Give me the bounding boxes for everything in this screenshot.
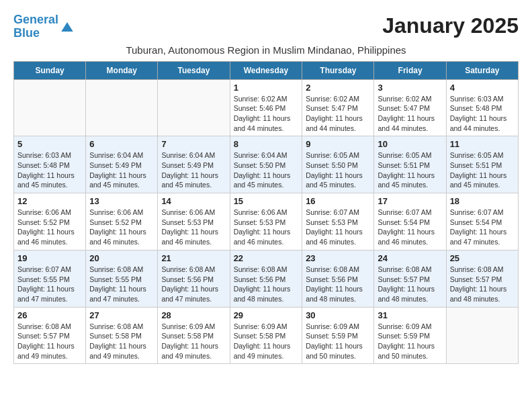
day-info: Sunrise: 6:02 AM Sunset: 5:46 PM Dayligh… [234,94,299,134]
day-info: Sunrise: 6:07 AM Sunset: 5:53 PM Dayligh… [306,208,370,247]
calendar-cell: 25Sunrise: 6:08 AM Sunset: 5:57 PM Dayli… [446,250,518,307]
calendar-cell [158,79,230,136]
day-info: Sunrise: 6:08 AM Sunset: 5:56 PM Dayligh… [306,265,370,304]
calendar-cell: 1Sunrise: 6:02 AM Sunset: 5:46 PM Daylig… [230,79,302,136]
calendar-cell: 14Sunrise: 6:06 AM Sunset: 5:53 PM Dayli… [158,193,230,250]
day-number: 27 [89,310,154,320]
day-info: Sunrise: 6:08 AM Sunset: 5:56 PM Dayligh… [234,265,299,304]
day-number: 8 [234,139,299,149]
day-info: Sunrise: 6:02 AM Sunset: 5:47 PM Dayligh… [306,94,370,134]
weekday-header-wednesday: Wednesday [230,61,302,79]
day-number: 2 [306,83,370,93]
day-number: 13 [89,196,154,206]
calendar-cell: 26Sunrise: 6:08 AM Sunset: 5:57 PM Dayli… [14,307,86,364]
calendar-cell [446,307,518,364]
weekday-header-sunday: Sunday [14,61,86,79]
weekday-header-thursday: Thursday [302,61,374,79]
day-info: Sunrise: 6:07 AM Sunset: 5:54 PM Dayligh… [378,208,442,247]
weekday-header-saturday: Saturday [446,61,518,79]
day-info: Sunrise: 6:09 AM Sunset: 5:58 PM Dayligh… [234,322,299,361]
day-number: 18 [450,196,515,206]
subtitle: Tuburan, Autonomous Region in Muslim Min… [13,44,519,56]
calendar-cell: 5Sunrise: 6:03 AM Sunset: 5:48 PM Daylig… [14,136,86,193]
day-number: 10 [378,139,442,149]
day-info: Sunrise: 6:08 AM Sunset: 5:58 PM Dayligh… [89,322,154,361]
logo-line1: General [13,13,58,26]
day-number: 7 [161,139,226,149]
calendar-table: SundayMondayTuesdayWednesdayThursdayFrid… [13,61,519,365]
day-info: Sunrise: 6:08 AM Sunset: 5:57 PM Dayligh… [17,322,82,361]
day-info: Sunrise: 6:04 AM Sunset: 5:49 PM Dayligh… [89,150,154,190]
day-number: 19 [17,253,82,263]
calendar-cell: 27Sunrise: 6:08 AM Sunset: 5:58 PM Dayli… [86,307,158,364]
logo-text: General Blue [13,13,58,40]
day-number: 11 [450,139,515,149]
calendar-cell: 20Sunrise: 6:08 AM Sunset: 5:55 PM Dayli… [86,250,158,307]
calendar-cell: 22Sunrise: 6:08 AM Sunset: 5:56 PM Dayli… [230,250,302,307]
day-info: Sunrise: 6:03 AM Sunset: 5:48 PM Dayligh… [17,150,82,190]
day-number: 4 [450,83,515,93]
day-info: Sunrise: 6:08 AM Sunset: 5:56 PM Dayligh… [161,265,226,304]
logo-icon [61,22,73,32]
calendar-cell: 9Sunrise: 6:05 AM Sunset: 5:50 PM Daylig… [302,136,374,193]
day-number: 5 [17,139,82,149]
calendar-cell: 29Sunrise: 6:09 AM Sunset: 5:58 PM Dayli… [230,307,302,364]
day-number: 20 [89,253,154,263]
calendar-cell: 7Sunrise: 6:04 AM Sunset: 5:49 PM Daylig… [158,136,230,193]
calendar-cell: 16Sunrise: 6:07 AM Sunset: 5:53 PM Dayli… [302,193,374,250]
calendar-cell: 11Sunrise: 6:05 AM Sunset: 5:51 PM Dayli… [446,136,518,193]
calendar-cell: 12Sunrise: 6:06 AM Sunset: 5:52 PM Dayli… [14,193,86,250]
day-info: Sunrise: 6:09 AM Sunset: 5:58 PM Dayligh… [161,322,226,361]
calendar-cell: 17Sunrise: 6:07 AM Sunset: 5:54 PM Dayli… [374,193,446,250]
day-info: Sunrise: 6:04 AM Sunset: 5:50 PM Dayligh… [234,150,299,190]
calendar-cell: 15Sunrise: 6:06 AM Sunset: 5:53 PM Dayli… [230,193,302,250]
main-title: January 2025 [382,13,519,38]
day-info: Sunrise: 6:05 AM Sunset: 5:51 PM Dayligh… [450,150,515,190]
logo-line2: Blue [13,26,40,40]
day-info: Sunrise: 6:06 AM Sunset: 5:53 PM Dayligh… [161,208,226,247]
day-info: Sunrise: 6:08 AM Sunset: 5:57 PM Dayligh… [450,265,515,304]
calendar-cell: 18Sunrise: 6:07 AM Sunset: 5:54 PM Dayli… [446,193,518,250]
day-info: Sunrise: 6:03 AM Sunset: 5:48 PM Dayligh… [450,94,515,134]
calendar-cell: 4Sunrise: 6:03 AM Sunset: 5:48 PM Daylig… [446,79,518,136]
day-info: Sunrise: 6:05 AM Sunset: 5:51 PM Dayligh… [378,150,442,190]
calendar-cell: 8Sunrise: 6:04 AM Sunset: 5:50 PM Daylig… [230,136,302,193]
calendar-cell: 21Sunrise: 6:08 AM Sunset: 5:56 PM Dayli… [158,250,230,307]
day-number: 16 [306,196,370,206]
day-number: 14 [161,196,226,206]
day-info: Sunrise: 6:08 AM Sunset: 5:57 PM Dayligh… [378,265,442,304]
day-number: 22 [234,253,299,263]
calendar-cell: 28Sunrise: 6:09 AM Sunset: 5:58 PM Dayli… [158,307,230,364]
day-info: Sunrise: 6:06 AM Sunset: 5:52 PM Dayligh… [17,208,82,247]
day-info: Sunrise: 6:05 AM Sunset: 5:50 PM Dayligh… [306,150,370,190]
day-number: 26 [17,310,82,320]
day-number: 3 [378,83,442,93]
calendar-cell: 6Sunrise: 6:04 AM Sunset: 5:49 PM Daylig… [86,136,158,193]
day-info: Sunrise: 6:07 AM Sunset: 5:54 PM Dayligh… [450,208,515,247]
day-info: Sunrise: 6:06 AM Sunset: 5:53 PM Dayligh… [234,208,299,247]
day-info: Sunrise: 6:04 AM Sunset: 5:49 PM Dayligh… [161,150,226,190]
day-info: Sunrise: 6:06 AM Sunset: 5:52 PM Dayligh… [89,208,154,247]
day-info: Sunrise: 6:02 AM Sunset: 5:47 PM Dayligh… [378,94,442,134]
calendar-cell: 10Sunrise: 6:05 AM Sunset: 5:51 PM Dayli… [374,136,446,193]
calendar-cell [14,79,86,136]
calendar-cell: 13Sunrise: 6:06 AM Sunset: 5:52 PM Dayli… [86,193,158,250]
calendar-cell: 31Sunrise: 6:09 AM Sunset: 5:59 PM Dayli… [374,307,446,364]
day-number: 30 [306,310,370,320]
calendar-title-section: January 2025 [382,13,519,38]
day-info: Sunrise: 6:09 AM Sunset: 5:59 PM Dayligh… [378,322,442,361]
day-number: 24 [378,253,442,263]
day-number: 21 [161,253,226,263]
day-number: 9 [306,139,370,149]
weekday-header-friday: Friday [374,61,446,79]
calendar-cell: 2Sunrise: 6:02 AM Sunset: 5:47 PM Daylig… [302,79,374,136]
day-number: 12 [17,196,82,206]
svg-marker-0 [61,22,73,32]
day-number: 28 [161,310,226,320]
calendar-cell: 23Sunrise: 6:08 AM Sunset: 5:56 PM Dayli… [302,250,374,307]
day-info: Sunrise: 6:08 AM Sunset: 5:55 PM Dayligh… [89,265,154,304]
day-number: 31 [378,310,442,320]
logo: General Blue [13,13,73,40]
day-info: Sunrise: 6:07 AM Sunset: 5:55 PM Dayligh… [17,265,82,304]
day-number: 6 [89,139,154,149]
